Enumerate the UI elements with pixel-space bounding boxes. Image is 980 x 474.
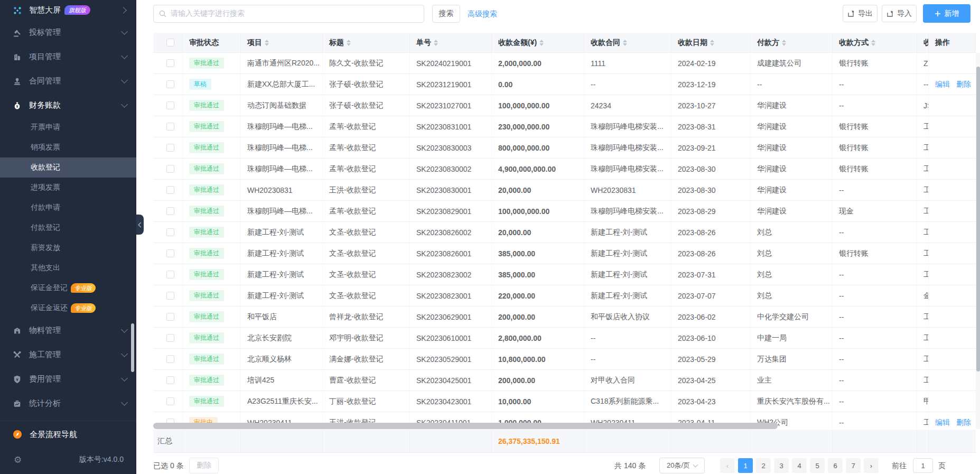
sidebar-item-deposit-return[interactable]: 保证金返还专业版 xyxy=(0,298,136,318)
sort-icon[interactable] xyxy=(265,40,269,46)
row-checkbox[interactable] xyxy=(166,376,174,384)
page-button-7[interactable]: 7 xyxy=(846,458,861,473)
horizontal-scrollbar[interactable] xyxy=(153,423,778,429)
gear-icon[interactable]: ⚙ xyxy=(14,454,22,466)
sort-icon[interactable] xyxy=(782,40,786,46)
page-size-value: 20条/页 xyxy=(667,461,690,470)
vertical-scrollbar[interactable] xyxy=(976,67,980,371)
row-checkbox[interactable] xyxy=(166,207,174,215)
row-checkbox[interactable] xyxy=(166,355,174,363)
sidebar-item-payment-register[interactable]: 付款登记 xyxy=(0,218,136,238)
plus-icon xyxy=(935,11,941,17)
status-badge: 审批通过 xyxy=(189,311,224,323)
sidebar-item-panorama[interactable]: 全景流程导航 xyxy=(0,421,136,448)
page-button-3[interactable]: 3 xyxy=(774,458,789,473)
row-checkbox[interactable] xyxy=(166,80,174,88)
sort-icon[interactable] xyxy=(623,40,627,46)
sidebar-item-expense[interactable]: ¥费用管理 xyxy=(0,367,136,391)
header-label: 审批状态 xyxy=(189,38,219,48)
header-cell[interactable]: 收款日期 xyxy=(671,33,751,52)
search-button[interactable]: 搜索 xyxy=(432,5,460,23)
sidebar-item-smart-screen[interactable]: 智慧大屏旗舰版 xyxy=(0,0,136,20)
sidebar-item-input-invoice[interactable]: 进项发票 xyxy=(0,178,136,198)
table-row: 审批通过动态订阅基础数据张子硕-收款登记SK20231027001100,000… xyxy=(153,95,976,116)
next-page-button[interactable]: › xyxy=(864,458,879,473)
prev-page-button[interactable]: ‹ xyxy=(720,458,735,473)
sidebar-item-contract[interactable]: 合同管理 xyxy=(0,69,136,93)
page-button-6[interactable]: 6 xyxy=(828,458,843,473)
header-cell[interactable]: 项目 xyxy=(241,33,323,52)
sidebar-item-salary[interactable]: 薪资发放 xyxy=(0,238,136,258)
sort-icon[interactable] xyxy=(710,40,714,46)
page-button-4[interactable]: 4 xyxy=(792,458,807,473)
header-cell[interactable]: 收款合同 xyxy=(584,33,671,52)
goto-page-input[interactable]: 1 xyxy=(913,458,933,473)
sidebar-item-project[interactable]: 项目管理 xyxy=(0,44,136,69)
sidebar-collapse-handle[interactable] xyxy=(136,215,144,235)
cell-payer: 华润建设 xyxy=(751,159,833,179)
cell-amount: 4,900,000,000.00 xyxy=(492,159,584,179)
header-cell[interactable]: 付款方 xyxy=(751,33,833,52)
cell-date: 2023-08-30 xyxy=(671,159,751,179)
page-size-select[interactable]: 20条/页 xyxy=(659,458,705,473)
sidebar-item-construction[interactable]: 施工管理 xyxy=(0,342,136,367)
status-badge: 审批通过 xyxy=(189,354,224,365)
sidebar-item-stats[interactable]: 统计分析 xyxy=(0,391,136,415)
row-checkbox[interactable] xyxy=(166,334,174,342)
header-cell[interactable]: 收款金额(¥) xyxy=(492,33,584,52)
edit-link[interactable]: 编辑 xyxy=(935,80,950,89)
sidebar-item-other-expense[interactable]: 其他支出 xyxy=(0,258,136,278)
row-checkbox[interactable] xyxy=(166,165,174,173)
page-button-2[interactable]: 2 xyxy=(756,458,771,473)
export-button[interactable]: 导出 xyxy=(843,5,878,22)
chevron-down-icon xyxy=(121,101,128,108)
cell-date: 2023-08-29 xyxy=(671,201,751,221)
delete-button[interactable]: 删除 xyxy=(189,458,219,473)
header-cell[interactable]: 单号 xyxy=(410,33,492,52)
sort-icon[interactable] xyxy=(539,40,544,46)
advanced-search-link[interactable]: 高级搜索 xyxy=(468,10,497,19)
cell-contract: WH20230831 xyxy=(584,180,671,200)
sidebar-item-finance[interactable]: ¥财务账款 xyxy=(0,93,136,117)
row-checkbox[interactable] xyxy=(166,101,174,109)
sidebar-item-material[interactable]: 物料管理 xyxy=(0,318,136,342)
cell-checkbox xyxy=(153,116,183,137)
page-button-5[interactable]: 5 xyxy=(810,458,825,473)
row-checkbox[interactable] xyxy=(166,271,174,278)
sidebar-item-deposit-register[interactable]: 保证金登记专业版 xyxy=(0,278,136,298)
add-button[interactable]: 新增 xyxy=(923,4,970,23)
search-input[interactable]: 请输入关键字进行搜索 xyxy=(153,5,424,23)
selected-count: 已选 0 条 xyxy=(153,461,184,471)
row-checkbox[interactable] xyxy=(166,144,174,152)
chevron-down-icon xyxy=(121,77,128,83)
sidebar-item-bid[interactable]: 投标管理 xyxy=(0,20,136,44)
select-all-checkbox[interactable] xyxy=(166,39,174,47)
import-icon xyxy=(886,10,894,17)
sidebar-item-output-invoice[interactable]: 销项发票 xyxy=(0,137,136,157)
row-checkbox[interactable] xyxy=(166,228,174,236)
sidebar-item-receipt-register[interactable]: 收款登记 xyxy=(0,157,136,178)
header-cell[interactable]: 标题 xyxy=(323,33,410,52)
sort-icon[interactable] xyxy=(347,40,351,46)
cell-order: SK20231219001 xyxy=(410,74,492,95)
row-checkbox[interactable] xyxy=(166,397,174,405)
sidebar-scrollbar[interactable] xyxy=(131,323,134,372)
page-button-1[interactable]: 1 xyxy=(738,458,753,473)
sort-icon[interactable] xyxy=(871,40,875,46)
row-checkbox[interactable] xyxy=(166,186,174,194)
import-button[interactable]: 导入 xyxy=(882,5,917,22)
compass-icon xyxy=(13,430,22,439)
cell-actions xyxy=(929,201,976,221)
row-checkbox[interactable] xyxy=(166,249,174,257)
row-checkbox[interactable] xyxy=(166,123,174,131)
sort-icon[interactable] xyxy=(434,40,438,46)
sidebar-item-invoice-apply[interactable]: 开票申请 xyxy=(0,117,136,137)
row-checkbox[interactable] xyxy=(166,59,174,67)
header-cell[interactable]: 收款方式 xyxy=(833,33,917,52)
cell-contract: 珠穆朗玛峰电梯安装... xyxy=(584,137,671,158)
row-checkbox[interactable] xyxy=(166,292,174,300)
sidebar-item-payment-apply[interactable]: 付款申请 xyxy=(0,198,136,218)
row-checkbox[interactable] xyxy=(166,313,174,321)
main-content: 请输入关键字进行搜索 搜索 高级搜索 导出 导入 新增 审批状态项目标题单号收款… xyxy=(136,0,980,474)
delete-link[interactable]: 删除 xyxy=(956,80,971,89)
